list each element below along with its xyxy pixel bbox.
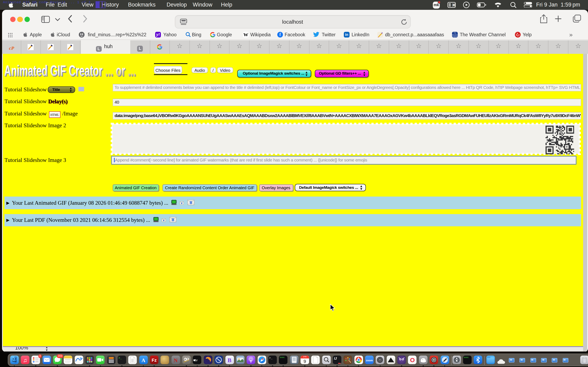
svg-text:⌘: ⌘: [452, 3, 456, 7]
svg-text:tv: tv: [195, 359, 198, 362]
